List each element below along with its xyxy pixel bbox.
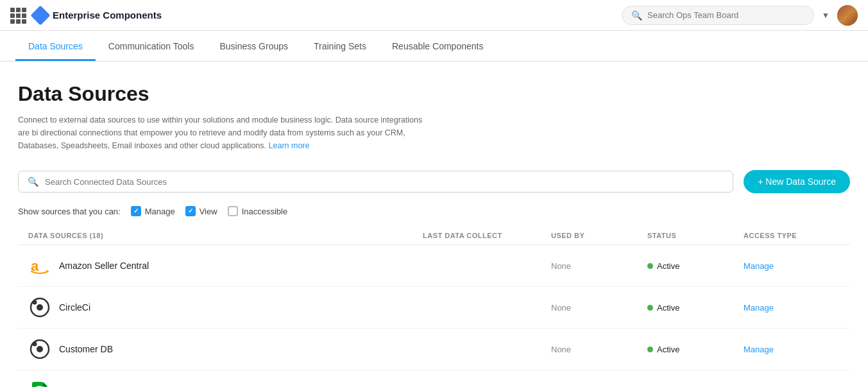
filters-label: Show sources that you can: xyxy=(18,207,121,216)
amazon-seller-central-icon: a xyxy=(28,254,51,277)
customer-db-icon xyxy=(28,338,51,361)
logo-icon xyxy=(30,5,50,25)
new-data-source-button[interactable]: + New Data Source xyxy=(744,170,850,193)
col-used-by: USED BY xyxy=(551,232,647,239)
filter-inaccessible[interactable]: Inaccessible xyxy=(228,206,288,216)
circleci-icon xyxy=(28,296,51,319)
source-name-cell: Customer DB xyxy=(28,338,423,361)
used-by-amazon: None xyxy=(551,261,647,271)
global-search[interactable]: 🔍 xyxy=(622,6,814,25)
search-connected-icon: 🔍 xyxy=(28,176,38,187)
page-description: Connect to external data sources to use … xyxy=(18,114,429,152)
access-amazon[interactable]: Manage xyxy=(744,261,840,271)
tab-navigation: Data Sources Communication Tools Busines… xyxy=(0,31,868,62)
table-row: Evernote None Active Manage xyxy=(18,370,850,387)
evernote-icon xyxy=(28,379,51,387)
app-logo: Enterprise Components xyxy=(33,8,162,22)
table-row: Customer DB None Active Manage xyxy=(18,329,850,370)
app-name: Enterprise Components xyxy=(53,10,162,21)
active-dot-icon xyxy=(647,347,653,352)
filter-manage[interactable]: ✓ Manage xyxy=(131,206,175,216)
source-name-cell: Evernote xyxy=(28,379,423,387)
access-circleci[interactable]: Manage xyxy=(744,303,840,313)
top-bar: Enterprise Components 🔍 ▼ xyxy=(0,0,868,31)
avatar[interactable] xyxy=(837,5,858,26)
learn-more-link[interactable]: Learn more xyxy=(269,141,310,150)
source-name-cell: CircleCi xyxy=(28,296,423,319)
grid-menu-icon[interactable] xyxy=(10,8,26,23)
table-row: a Amazon Seller Central None Active Mana… xyxy=(18,245,850,287)
view-checkbox[interactable]: ✓ xyxy=(185,206,196,216)
view-label: View xyxy=(200,207,217,216)
main-content: Data Sources Connect to external data so… xyxy=(0,62,868,387)
svg-point-5 xyxy=(37,346,43,352)
col-status: STATUS xyxy=(647,232,744,239)
status-circleci: Active xyxy=(647,303,744,313)
avatar-image xyxy=(837,5,858,26)
table-header: DATA SOURCES (18) LAST DATA COLLECT USED… xyxy=(18,227,850,245)
page-title: Data Sources xyxy=(18,82,850,106)
active-dot-icon xyxy=(647,305,653,311)
tab-training-sets[interactable]: Training Sets xyxy=(301,31,379,61)
search-connected-sources[interactable]: 🔍 xyxy=(18,171,733,193)
col-sources: DATA SOURCES (18) xyxy=(28,232,423,239)
filter-view[interactable]: ✓ View xyxy=(185,206,217,216)
inaccessible-label: Inaccessible xyxy=(242,207,288,216)
search-connected-input[interactable] xyxy=(45,177,724,187)
svg-point-6 xyxy=(33,342,37,347)
tab-communication-tools[interactable]: Communication Tools xyxy=(96,31,207,61)
active-dot-icon xyxy=(647,263,653,269)
col-access-type: ACCESS TYPE xyxy=(744,232,840,239)
manage-checkbox[interactable]: ✓ xyxy=(131,206,141,216)
actions-row: 🔍 + New Data Source xyxy=(18,170,850,193)
inaccessible-checkbox[interactable] xyxy=(228,206,238,216)
used-by-circleci: None xyxy=(551,303,647,313)
tab-business-groups[interactable]: Business Groups xyxy=(207,31,301,61)
access-customerdb[interactable]: Manage xyxy=(744,345,840,354)
global-search-input[interactable] xyxy=(647,10,804,20)
source-name-cell: a Amazon Seller Central xyxy=(28,254,423,277)
top-right-controls: 🔍 ▼ xyxy=(622,5,858,26)
source-name-circleci: CircleCi xyxy=(59,302,90,313)
status-amazon: Active xyxy=(647,261,744,271)
col-last-collect: LAST DATA COLLECT xyxy=(423,232,551,239)
svg-point-3 xyxy=(33,300,37,305)
dropdown-arrow-icon[interactable]: ▼ xyxy=(822,11,830,20)
source-name-amazon: Amazon Seller Central xyxy=(59,261,149,271)
tab-reusable-components[interactable]: Reusable Components xyxy=(379,31,496,61)
status-customerdb: Active xyxy=(647,345,744,354)
source-name-customerdb: Customer DB xyxy=(59,344,113,354)
used-by-customerdb: None xyxy=(551,345,647,354)
search-icon: 🔍 xyxy=(631,10,642,21)
manage-label: Manage xyxy=(145,207,175,216)
table-row: CircleCi None Active Manage xyxy=(18,287,850,329)
tab-data-sources[interactable]: Data Sources xyxy=(15,31,96,61)
svg-point-2 xyxy=(37,304,43,311)
filters-row: Show sources that you can: ✓ Manage ✓ Vi… xyxy=(18,206,850,216)
